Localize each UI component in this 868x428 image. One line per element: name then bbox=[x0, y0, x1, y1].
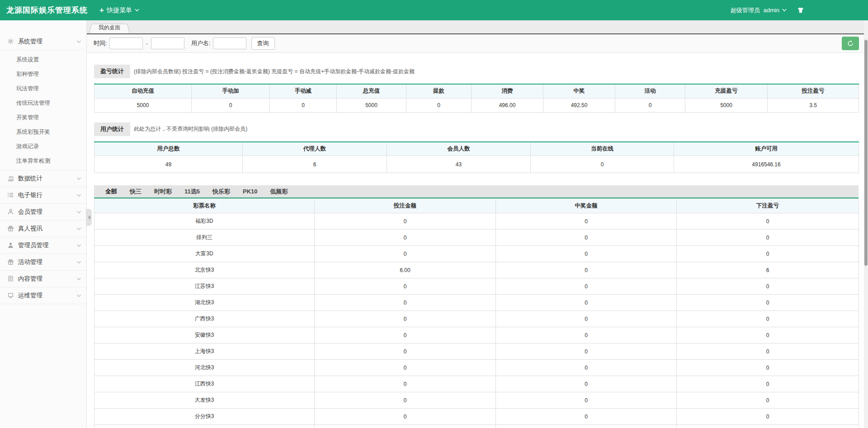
scrollbar-thumb[interactable] bbox=[864, 40, 868, 266]
users-section-desc: 此处为总计，不受查询时间影响 (排除内部会员) bbox=[134, 125, 247, 133]
table-cell: 0 bbox=[315, 343, 496, 360]
table-cell: 0 bbox=[677, 343, 859, 360]
chevron-down-icon bbox=[76, 294, 81, 297]
refresh-icon bbox=[847, 40, 854, 47]
table-cell: 0 bbox=[496, 376, 677, 392]
table-cell: 0 bbox=[677, 295, 859, 311]
chevron-down-icon bbox=[76, 277, 81, 281]
doc2-icon bbox=[7, 292, 14, 299]
game-tab-5[interactable]: 快乐彩 bbox=[206, 185, 236, 198]
sidebar-item-label: 运维管理 bbox=[18, 292, 42, 300]
sidebar-item-admin-mgmt[interactable]: 管理员管理 bbox=[0, 237, 86, 254]
sidebar-subitem-system-mgmt-6[interactable]: 系统彩预开奖 bbox=[0, 125, 86, 139]
table-cell: 3.5 bbox=[768, 98, 859, 112]
sidebar-subitem-system-mgmt-4[interactable]: 传统玩法管理 bbox=[0, 96, 86, 110]
table-cell: 0 bbox=[315, 376, 496, 392]
column-header: 手动减 bbox=[270, 84, 337, 98]
sidebar-item-content-mgmt[interactable]: 内容管理 bbox=[0, 271, 86, 287]
sidebar-item-e-bank[interactable]: 电子银行 bbox=[0, 187, 86, 204]
scrollbar-track[interactable] bbox=[864, 20, 868, 428]
game-tab-3[interactable]: 时时彩 bbox=[148, 185, 178, 198]
table-cell: 0 bbox=[677, 230, 859, 246]
column-header: 自动充值 bbox=[94, 84, 192, 98]
time-label: 时间: bbox=[94, 39, 107, 47]
table-cell: 5000 bbox=[94, 98, 192, 112]
profit-table: 自动充值手动加手动减总充值提款消费中奖活动充提盈亏投注盈亏50000050000… bbox=[94, 84, 859, 113]
table-cell: 6 bbox=[243, 156, 387, 173]
table-cell: 0 bbox=[677, 392, 859, 409]
table-row: 50000050000496.00492.50050003.5 bbox=[94, 98, 859, 112]
sidebar-subitem-system-mgmt-7[interactable]: 游戏记录 bbox=[0, 139, 86, 154]
table-cell: 0 bbox=[496, 278, 677, 295]
quick-menu-button[interactable]: + 快捷菜单 bbox=[99, 6, 139, 15]
game-tab-6[interactable]: PK10 bbox=[236, 185, 264, 198]
refresh-button[interactable] bbox=[842, 37, 859, 50]
doc-icon bbox=[7, 275, 14, 282]
sidebar-subitem-system-mgmt-2[interactable]: 彩种管理 bbox=[0, 67, 86, 81]
table-cell: 0 bbox=[496, 230, 677, 246]
username-field-label: 用户名: bbox=[191, 39, 211, 47]
sidebar-item-member-mgmt[interactable]: 会员管理 bbox=[0, 204, 86, 221]
query-button[interactable]: 查询 bbox=[251, 37, 275, 50]
table-cell: 0 bbox=[496, 327, 677, 343]
collapse-arrow-icon bbox=[88, 215, 90, 220]
column-header: 会员人数 bbox=[387, 142, 531, 156]
table-cell: 0 bbox=[315, 278, 496, 295]
role-label: 超级管理员 bbox=[731, 6, 760, 14]
table-cell bbox=[94, 425, 315, 428]
table-cell: 0 bbox=[496, 213, 677, 230]
column-header: 下注盈亏 bbox=[677, 199, 859, 213]
admin-icon bbox=[7, 242, 14, 249]
tab-label: 我的桌面 bbox=[99, 24, 120, 31]
column-header: 当前在线 bbox=[531, 142, 674, 156]
table-cell: 492.50 bbox=[543, 98, 615, 112]
user-menu[interactable]: admin bbox=[764, 7, 787, 14]
table-row: 上海快3000 bbox=[94, 343, 859, 360]
date-from-input[interactable] bbox=[109, 38, 143, 49]
query-toolbar: 时间: - 用户名: 查询 bbox=[87, 34, 868, 53]
table-row: 4964304916546.16 bbox=[94, 156, 859, 173]
sidebar-item-data-stats[interactable]: 数据统计 bbox=[0, 170, 86, 187]
sidebar-item-ops-mgmt[interactable]: 运维管理 bbox=[0, 287, 86, 304]
chevron-down-icon bbox=[135, 9, 139, 12]
date-to-input[interactable] bbox=[151, 38, 184, 49]
sidebar-collapse-handle[interactable] bbox=[86, 209, 92, 226]
game-tab-1[interactable]: 全部 bbox=[99, 185, 123, 198]
profit-section-header: 盈亏统计 (排除内部会员数据) 投注盈亏 = (投注消费金额-返奖金额) 充提盈… bbox=[94, 65, 859, 78]
table-cell: 0 bbox=[677, 360, 859, 376]
sidebar-subitem-system-mgmt-8[interactable]: 注单异常检测 bbox=[0, 154, 86, 168]
tab-my-desktop[interactable]: 我的桌面 bbox=[89, 23, 130, 33]
table-row: 北京快36.0006 bbox=[94, 262, 859, 278]
sidebar-subitem-system-mgmt-3[interactable]: 玩法管理 bbox=[0, 81, 86, 96]
table-cell: 5000 bbox=[337, 98, 406, 112]
username-input[interactable] bbox=[213, 38, 246, 49]
game-tab-7[interactable]: 低频彩 bbox=[264, 185, 294, 198]
chevron-down-icon bbox=[76, 177, 81, 180]
column-header: 充提盈亏 bbox=[685, 84, 768, 98]
table-row-partial bbox=[94, 425, 859, 428]
profit-section-title: 盈亏统计 bbox=[94, 65, 130, 78]
sidebar-item-label: 内容管理 bbox=[18, 275, 42, 283]
table-cell: 6.00 bbox=[315, 262, 496, 278]
sidebar-item-system-mgmt[interactable]: 系统管理 bbox=[0, 33, 86, 50]
table-row: 江苏快3000 bbox=[94, 278, 859, 295]
table-cell: 0 bbox=[496, 392, 677, 409]
table-cell: 排列三 bbox=[94, 230, 315, 246]
sidebar-subitem-system-mgmt-5[interactable]: 开奖管理 bbox=[0, 110, 86, 125]
gift-icon bbox=[7, 225, 14, 232]
game-tab-2[interactable]: 快三 bbox=[123, 185, 148, 198]
game-tab-4[interactable]: 11选5 bbox=[178, 185, 206, 198]
table-header-row: 彩票名称投注金额中奖金额下注盈亏 bbox=[94, 199, 859, 213]
quick-menu-label: 快捷菜单 bbox=[107, 6, 132, 14]
chevron-down-icon bbox=[76, 261, 81, 264]
sidebar-item-label: 系统管理 bbox=[18, 38, 42, 46]
sidebar-item-live-video[interactable]: 真人视讯 bbox=[0, 221, 86, 237]
sidebar-item-label: 管理员管理 bbox=[18, 241, 49, 249]
theme-tshirt-icon[interactable] bbox=[797, 7, 805, 14]
sidebar-subitem-system-mgmt-1[interactable]: 系统设置 bbox=[0, 52, 86, 67]
column-header: 彩票名称 bbox=[94, 199, 315, 213]
table-cell: 0 bbox=[615, 98, 685, 112]
bank-icon bbox=[7, 192, 14, 199]
sidebar-item-activity-mgmt[interactable]: 活动管理 bbox=[0, 254, 86, 271]
chevron-down-icon bbox=[76, 194, 81, 197]
